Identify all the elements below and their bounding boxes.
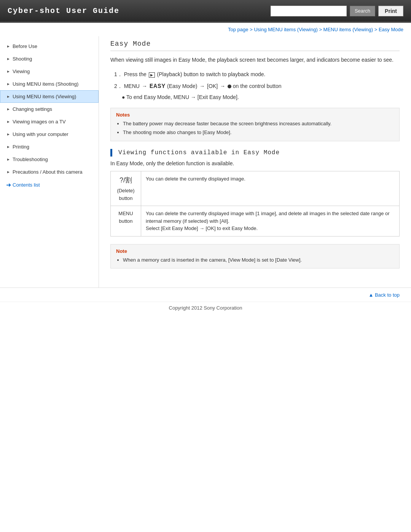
sidebar-label: Changing settings bbox=[13, 106, 52, 112]
step-number: 2． bbox=[114, 83, 123, 89]
header: Cyber-shot User Guide Search Print bbox=[0, 0, 411, 23]
notes-list: The battery power may decrease faster be… bbox=[116, 120, 394, 137]
section2-title: Viewing functions available in Easy Mode bbox=[110, 149, 400, 157]
page-title: Easy Mode bbox=[110, 40, 400, 51]
breadcrumb: Top page > Using MENU items (Viewing) > … bbox=[0, 23, 411, 36]
delete-description: You can delete the currently displayed i… bbox=[141, 171, 400, 206]
sidebar-label: Troubleshooting bbox=[13, 157, 48, 162]
step-1: 1． Press the (Playback) button to switch… bbox=[114, 70, 400, 78]
sidebar-item-computer[interactable]: ► Using with your computer bbox=[0, 128, 99, 141]
arrow-icon: ► bbox=[6, 107, 10, 111]
print-button[interactable]: Print bbox=[378, 6, 403, 16]
arrow-right-icon: ➜ bbox=[6, 181, 11, 189]
header-controls: Search Print bbox=[271, 6, 411, 16]
section2-title-text: Viewing functions available in Easy Mode bbox=[118, 149, 280, 156]
search-button[interactable]: Search bbox=[350, 6, 375, 16]
sidebar-item-menu-viewing[interactable]: ► Using MENU items (Viewing) bbox=[0, 90, 99, 103]
playback-icon bbox=[149, 72, 155, 78]
delete-icon: ?/割 bbox=[115, 175, 136, 185]
sidebar-label: Shooting bbox=[13, 56, 32, 62]
function-table: ?/割 (Delete)button You can delete the cu… bbox=[110, 171, 400, 236]
sidebar: ► Before Use ► Shooting ► Viewing ► Usin… bbox=[0, 36, 99, 288]
note-item: The battery power may decrease faster be… bbox=[123, 120, 394, 128]
intro-text: When viewing still images in Easy Mode, … bbox=[110, 56, 400, 64]
breadcrumb-menu-viewing[interactable]: Using MENU items (Viewing) bbox=[254, 27, 317, 32]
sidebar-label: Using with your computer bbox=[13, 131, 68, 137]
note-title: Note bbox=[116, 248, 394, 254]
delete-icon-cell: ?/割 (Delete)button bbox=[111, 171, 141, 206]
sidebar-item-printing[interactable]: ► Printing bbox=[0, 141, 99, 153]
arrow-icon: ► bbox=[6, 82, 10, 86]
sidebar-label: Using MENU items (Shooting) bbox=[13, 81, 78, 87]
breadcrumb-top[interactable]: Top page bbox=[228, 27, 249, 32]
sidebar-item-viewing[interactable]: ► Viewing bbox=[0, 65, 99, 78]
search-input[interactable] bbox=[271, 6, 347, 16]
table-row: MENUbutton You can delete the currently … bbox=[111, 206, 400, 236]
arrow-icon: ► bbox=[6, 145, 10, 149]
arrow-icon: ► bbox=[6, 170, 10, 174]
note-list: When a memory card is inserted in the ca… bbox=[116, 256, 394, 264]
sidebar-label: Precautions / About this camera bbox=[13, 169, 83, 175]
back-to-top-link[interactable]: ▲ Back to top bbox=[368, 292, 400, 298]
main-layout: ► Before Use ► Shooting ► Viewing ► Usin… bbox=[0, 36, 411, 288]
arrow-icon: ► bbox=[6, 44, 10, 48]
arrow-icon: ► bbox=[6, 69, 10, 73]
step-number: 1． bbox=[114, 71, 123, 77]
sidebar-label: Before Use bbox=[13, 43, 37, 49]
notes-box: Notes The battery power may decrease fas… bbox=[110, 108, 400, 142]
steps-list: 1． Press the (Playback) button to switch… bbox=[110, 70, 400, 101]
arrow-icon: ► bbox=[6, 57, 10, 61]
sidebar-item-viewing-tv[interactable]: ► Viewing images on a TV bbox=[0, 115, 99, 128]
sidebar-label: Printing bbox=[13, 144, 29, 150]
section2-intro: In Easy Mode, only the deletion function… bbox=[110, 160, 400, 166]
arrow-icon: ► bbox=[6, 132, 10, 136]
arrow-icon: ► bbox=[6, 157, 10, 161]
footer-back: ▲ Back to top bbox=[0, 288, 411, 302]
menu-button-label: MENUbutton bbox=[118, 211, 133, 224]
sidebar-item-before-use[interactable]: ► Before Use bbox=[0, 40, 99, 53]
sidebar-label: Using MENU items (Viewing) bbox=[13, 94, 76, 99]
contents-list-link[interactable]: ➜ Contents list bbox=[0, 178, 99, 192]
content-area: Easy Mode When viewing still images in E… bbox=[99, 36, 411, 288]
breadcrumb-current: Easy Mode bbox=[379, 27, 403, 32]
note-box: Note When a memory card is inserted in t… bbox=[110, 244, 400, 268]
table-row: ?/割 (Delete)button You can delete the cu… bbox=[111, 171, 400, 206]
copyright: Copyright 2012 Sony Corporation bbox=[0, 302, 411, 314]
breadcrumb-menu-items[interactable]: MENU items (Viewing) bbox=[323, 27, 373, 32]
section-title-bar bbox=[110, 149, 112, 157]
sidebar-item-menu-shooting[interactable]: ► Using MENU items (Shooting) bbox=[0, 78, 99, 90]
sidebar-label: Viewing bbox=[13, 69, 30, 74]
note-item: When a memory card is inserted in the ca… bbox=[123, 256, 394, 264]
sidebar-item-changing-settings[interactable]: ► Changing settings bbox=[0, 103, 99, 115]
notes-title: Notes bbox=[116, 112, 394, 118]
arrow-icon: ► bbox=[6, 120, 10, 124]
step-2-sub: ● To end Easy Mode, MENU → [Exit Easy Mo… bbox=[114, 93, 400, 101]
sidebar-item-troubleshooting[interactable]: ► Troubleshooting bbox=[0, 153, 99, 166]
menu-description: You can delete the currently displayed i… bbox=[141, 206, 400, 236]
delete-button-label: (Delete)button bbox=[117, 188, 134, 201]
sidebar-item-precautions[interactable]: ► Precautions / About this camera bbox=[0, 166, 99, 178]
step-2: 2． MENU → EASY (Easy Mode) → [OK] → on t… bbox=[114, 82, 400, 102]
sidebar-item-shooting[interactable]: ► Shooting bbox=[0, 53, 99, 65]
contents-link-label: Contents list bbox=[13, 182, 40, 188]
note-item: The shooting mode also changes to [Easy … bbox=[123, 129, 394, 137]
sidebar-label: Viewing images on a TV bbox=[13, 119, 66, 125]
site-title: Cyber-shot User Guide bbox=[0, 6, 119, 15]
menu-button-cell: MENUbutton bbox=[111, 206, 141, 236]
arrow-icon: ► bbox=[6, 94, 10, 99]
